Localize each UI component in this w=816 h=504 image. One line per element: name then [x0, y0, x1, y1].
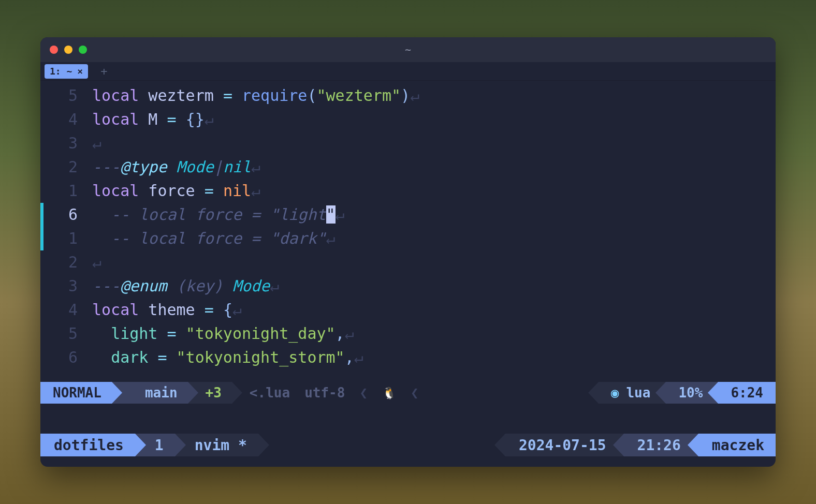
code-content[interactable]: ↵ [92, 131, 776, 155]
code-line[interactable]: 2---@type Mode|nil↵ [40, 155, 776, 179]
close-icon[interactable] [50, 46, 58, 54]
tab-bar: 1: ~ × + [40, 62, 776, 81]
traffic-lights [50, 46, 87, 54]
line-number: 3 [40, 131, 92, 155]
terminal-tab[interactable]: 1: ~ × [45, 64, 88, 79]
code-content[interactable]: local M = {}↵ [92, 108, 776, 131]
code-content[interactable]: -- local force = "light"↵ [92, 203, 776, 227]
code-line[interactable]: 4local theme = {↵ [40, 298, 776, 322]
code-content[interactable]: local theme = {↵ [92, 298, 776, 322]
code-line[interactable]: 3↵ [40, 131, 776, 155]
line-number: 1 [40, 227, 92, 250]
code-line[interactable]: 1local force = nil↵ [40, 179, 776, 203]
code-line[interactable]: 5 light = "tokyonight_day",↵ [40, 322, 776, 346]
line-number: 5 [40, 322, 92, 346]
tab-close-icon[interactable]: × [77, 66, 83, 77]
editor-area[interactable]: 5local wezterm = require("wezterm")↵4loc… [40, 81, 776, 382]
maximize-icon[interactable] [79, 46, 87, 54]
status-mode: NORMAL [40, 382, 112, 404]
code-line[interactable]: 1 -- local force = "dark"↵ [40, 227, 776, 250]
tmux-date: 2024-07-15 [505, 434, 624, 456]
separator-icon: ❮ [411, 385, 419, 401]
code-content[interactable]: ---@enum (key) Mode↵ [92, 274, 776, 298]
status-position: 6:24 [718, 382, 776, 404]
code-line[interactable]: 4local M = {}↵ [40, 108, 776, 131]
code-content[interactable]: light = "tokyonight_day",↵ [92, 322, 776, 346]
code-line[interactable]: 3---@enum (key) Mode↵ [40, 274, 776, 298]
terminal-window: ~ 1: ~ × + 5local wezterm = require("wez… [40, 37, 776, 467]
line-number: 1 [40, 179, 92, 203]
branch-name: main [145, 385, 178, 401]
statusline: NORMAL main +3 <.lua utf-8 ❮ 🐧 ❮ ◉ lua 1… [40, 382, 776, 404]
tmux-user: maczek [698, 434, 776, 456]
line-number: 2 [40, 155, 92, 179]
code-line[interactable]: 6 -- local force = "light"↵ [40, 203, 776, 227]
code-content[interactable]: ↵ [92, 250, 776, 274]
code-content[interactable]: ---@type Mode|nil↵ [92, 155, 776, 179]
code-content[interactable]: local force = nil↵ [92, 179, 776, 203]
new-tab-button[interactable]: + [97, 65, 110, 78]
status-mid: <.lua utf-8 ❮ 🐧 ❮ [232, 382, 599, 404]
code-content[interactable]: local wezterm = require("wezterm")↵ [92, 84, 776, 108]
tmux-statusline: dotfiles 1 nvim * 2024-07-15 21:26 macze… [40, 434, 776, 456]
linux-icon: 🐧 [382, 387, 396, 399]
status-branch: main [112, 382, 188, 404]
code-line[interactable]: 6 dark = "tokyonight_storm",↵ [40, 346, 776, 369]
code-line[interactable]: 5local wezterm = require("wezterm")↵ [40, 84, 776, 108]
status-encoding: utf-8 [304, 385, 345, 401]
line-number: 4 [40, 298, 92, 322]
tmux-session[interactable]: dotfiles [40, 434, 135, 456]
line-number: 5 [40, 84, 92, 108]
git-branch-icon [129, 369, 139, 416]
tab-label: 1: ~ [50, 66, 72, 77]
line-number: 4 [40, 108, 92, 131]
tmux-window-name[interactable]: nvim * [175, 434, 258, 456]
tmux-fill [258, 434, 505, 456]
titlebar: ~ [40, 37, 776, 62]
line-number: 6 [40, 346, 92, 369]
line-number: 2 [40, 250, 92, 274]
lua-icon: ◉ [611, 385, 619, 401]
line-number: 6 [40, 203, 92, 227]
code-content[interactable]: dark = "tokyonight_storm",↵ [92, 346, 776, 369]
code-line[interactable]: 2↵ [40, 250, 776, 274]
code-content[interactable]: -- local force = "dark"↵ [92, 227, 776, 250]
separator-icon: ❮ [359, 385, 368, 401]
minimize-icon[interactable] [64, 46, 72, 54]
line-number: 3 [40, 274, 92, 298]
window-title: ~ [405, 43, 411, 56]
